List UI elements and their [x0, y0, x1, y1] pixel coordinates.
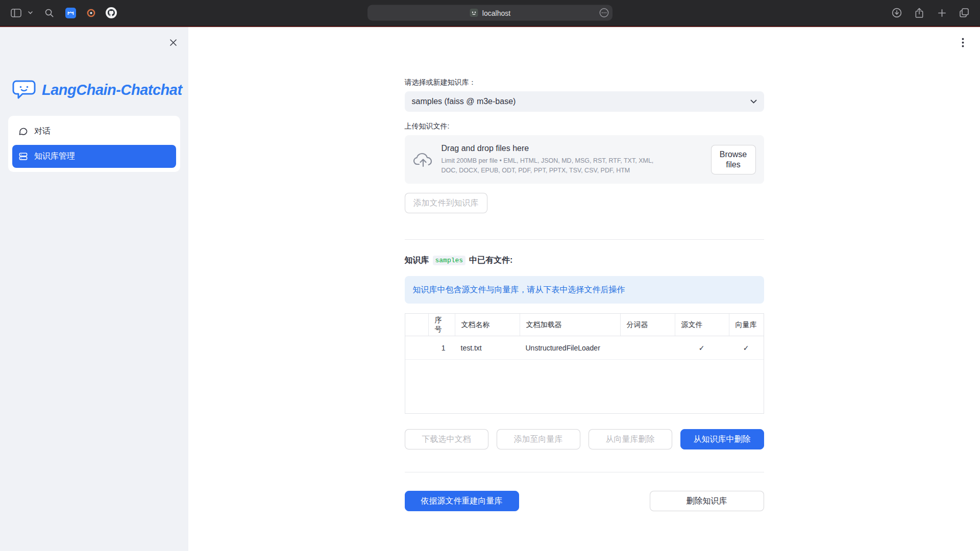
table-cell-splitter [620, 336, 675, 359]
upload-label: 上传知识文件: [405, 122, 764, 131]
add-files-to-kb-button[interactable]: 添加文件到知识库 [405, 193, 487, 213]
rebuild-vector-store-button[interactable]: 依据源文件重建向量库 [405, 491, 519, 511]
sidebar-menu-chevron[interactable] [26, 5, 34, 20]
delete-from-vector-store-button[interactable]: 从向量库删除 [589, 429, 672, 449]
cloud-upload-icon [413, 152, 433, 168]
chevron-down-icon [28, 11, 33, 14]
content-column: 请选择或新建知识库： samples (faiss @ m3e-base) 上传… [405, 27, 764, 542]
share-button[interactable] [912, 5, 927, 20]
kb-select-value: samples (faiss @ m3e-base) [412, 97, 516, 106]
info-banner: 知识库中包含源文件与向量库，请从下表中选择文件后操作 [405, 276, 764, 304]
table-cell-blank [405, 336, 428, 359]
kb-select-label: 请选择或新建知识库： [405, 78, 764, 87]
logo-chat-icon [12, 79, 36, 101]
app-menu-button[interactable] [955, 35, 970, 49]
search-button[interactable] [41, 5, 57, 20]
knowledge-base-icon [18, 152, 28, 161]
download-icon [892, 8, 902, 18]
browse-files-button[interactable]: Browse files [711, 145, 756, 174]
add-to-vector-store-button[interactable]: 添加至向量库 [497, 429, 580, 449]
table-cell-vector-store-check: ✓ [729, 336, 764, 359]
table-header-row: 序号 文档名称 文档加载器 分词器 源文件 向量库 [405, 314, 764, 336]
downloads-button[interactable] [889, 5, 904, 20]
kb-heading-suffix: 中已有文件: [469, 255, 512, 266]
search-icon [44, 8, 54, 18]
github-icon [106, 7, 117, 18]
kb-name-code: samples [433, 256, 466, 265]
sidebar-nav: 对话 知识库管理 [8, 116, 180, 172]
table-header-splitter[interactable]: 分词器 [620, 314, 675, 336]
ellipsis-circle-icon [599, 8, 609, 18]
sidebar-item-label: 对话 [34, 126, 51, 137]
table-header-blank [405, 314, 428, 336]
dropzone-title: Drag and drop files here [442, 144, 703, 153]
address-url: localhost [482, 9, 510, 17]
close-icon [169, 39, 177, 46]
file-dropzone[interactable]: Drag and drop files here Limit 200MB per… [405, 135, 764, 184]
address-bar[interactable]: localhost [368, 5, 612, 21]
table-cell-source-file-check: ✓ [675, 336, 729, 359]
download-selected-button[interactable]: 下载选中文档 [405, 429, 488, 449]
table-header-vector-store[interactable]: 向量库 [729, 314, 764, 336]
spacer [527, 491, 642, 511]
kb-files-table: 序号 文档名称 文档加载器 分词器 源文件 向量库 1 test.txt Uns… [405, 313, 764, 414]
extension-button-github[interactable] [105, 6, 118, 19]
kb-files-heading: 知识库 samples 中已有文件: [405, 255, 764, 266]
tab-overview-button[interactable] [957, 5, 972, 20]
browser-window: localhost [0, 0, 980, 551]
sidebar-item-label: 知识库管理 [34, 151, 75, 162]
app-logo: LangChain-Chatchat [12, 79, 188, 101]
sidebar-item-dialogue[interactable]: 对话 [12, 120, 176, 143]
ring-extension-icon [86, 8, 96, 18]
browser-toolbar: localhost [0, 0, 980, 26]
blue-extension-icon [65, 8, 76, 18]
table-header-loader[interactable]: 文档加载器 [520, 314, 620, 336]
sidebar-close-button[interactable] [166, 35, 180, 49]
delete-kb-button[interactable]: 删除知识库 [650, 491, 764, 511]
table-cell-doc-name: test.txt [455, 336, 520, 359]
table-row[interactable]: 1 test.txt UnstructuredFileLoader ✓ ✓ [405, 336, 764, 360]
plus-icon [938, 9, 946, 17]
sidebar-item-knowledge-base[interactable]: 知识库管理 [12, 145, 176, 168]
table-cell-index: 1 [428, 336, 455, 359]
kb-heading-prefix: 知识库 [405, 255, 429, 266]
dropzone-texts: Drag and drop files here Limit 200MB per… [442, 144, 703, 176]
table-cell-loader: UnstructuredFileLoader [520, 336, 620, 359]
sidebar-toggle-button[interactable] [8, 5, 23, 20]
divider [405, 472, 764, 472]
sidebar-toggle-icon [11, 9, 21, 17]
delete-from-kb-button[interactable]: 从知识库中删除 [680, 429, 764, 449]
extension-button-ring[interactable] [84, 6, 97, 19]
table-header-index[interactable]: 序号 [428, 314, 455, 336]
table-header-doc-name[interactable]: 文档名称 [455, 314, 520, 336]
site-favicon [470, 9, 478, 17]
main-area: 请选择或新建知识库： samples (faiss @ m3e-base) 上传… [188, 27, 980, 551]
app-sidebar: LangChain-Chatchat 对话 知识库管理 [0, 27, 188, 551]
kb-select[interactable]: samples (faiss @ m3e-base) [405, 91, 764, 112]
share-icon [915, 8, 924, 18]
page-options-button[interactable] [599, 8, 609, 20]
chat-bubble-icon [18, 127, 28, 136]
app-logo-text: LangChain-Chatchat [42, 82, 182, 98]
chevron-down-icon [750, 99, 757, 104]
table-action-buttons: 下载选中文档 添加至向量库 从向量库删除 从知识库中删除 [405, 429, 764, 449]
extension-button-blue[interactable] [64, 6, 77, 19]
new-tab-button[interactable] [934, 5, 949, 20]
kb-management-buttons: 依据源文件重建向量库 删除知识库 [405, 491, 764, 542]
table-header-source-file[interactable]: 源文件 [675, 314, 729, 336]
dropzone-limit: Limit 200MB per file • EML, HTML, JSON, … [442, 156, 662, 176]
kebab-menu-icon [962, 38, 964, 47]
divider [405, 239, 764, 240]
tabs-icon [959, 8, 969, 18]
